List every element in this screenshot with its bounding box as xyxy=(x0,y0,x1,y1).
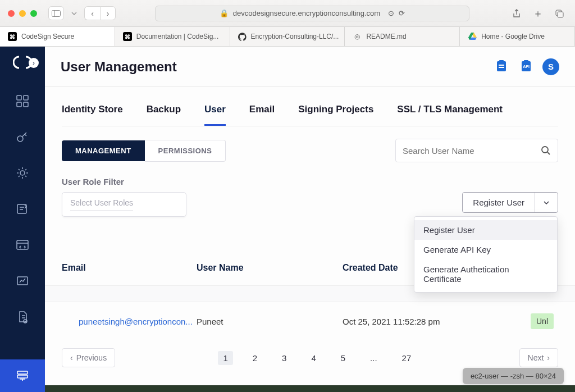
prev-label: Previous xyxy=(76,353,107,362)
tab-backup[interactable]: Backup xyxy=(147,98,181,126)
menu-caret-button[interactable] xyxy=(70,6,79,20)
page-4[interactable]: 4 xyxy=(306,351,321,365)
svg-rect-11 xyxy=(17,240,28,249)
browser-tab-codesign[interactable]: ⌘ CodeSign Secure xyxy=(0,27,115,46)
app-sidebar: › xyxy=(0,47,45,392)
table-row: puneetsingh@encryptioncon... Puneet Oct … xyxy=(62,302,558,340)
sidebar-item-documents[interactable] xyxy=(0,300,45,333)
svg-point-8 xyxy=(17,136,23,142)
svg-rect-4 xyxy=(17,95,21,100)
search-icon[interactable] xyxy=(541,145,551,156)
page-3[interactable]: 3 xyxy=(277,351,291,365)
sidebar-item-settings[interactable] xyxy=(0,157,45,189)
role-filter-placeholder: Select User Roles xyxy=(70,198,133,211)
svg-rect-5 xyxy=(24,95,28,100)
sidebar-item-dashboard[interactable] xyxy=(0,85,45,117)
url-bar[interactable]: 🔒 devcodesignsecure.encryptionconsulting… xyxy=(155,6,469,21)
maximize-window-icon[interactable] xyxy=(30,10,37,17)
page-2[interactable]: 2 xyxy=(248,351,262,365)
tab-identity-store[interactable]: Identity Store xyxy=(62,98,123,126)
svg-rect-22 xyxy=(524,60,528,62)
sidebar-item-reports[interactable] xyxy=(0,265,45,297)
page-last[interactable]: 27 xyxy=(397,351,417,365)
svg-rect-14 xyxy=(17,371,28,374)
browser-tabs: ⌘ CodeSign Secure ⌘ Documentation | Code… xyxy=(0,27,575,47)
sidebar-item-signing[interactable] xyxy=(0,193,45,225)
chevron-right-icon: › xyxy=(547,353,550,362)
tab-user[interactable]: User xyxy=(204,98,226,126)
readme-favicon-icon: ◎ xyxy=(353,32,362,41)
svg-point-23 xyxy=(542,147,548,153)
main-content: User Management API S Identity Store Bac… xyxy=(45,47,575,392)
th-email: Email xyxy=(62,250,197,285)
cell-created-date: Oct 25, 2021 11:52:28 pm xyxy=(343,317,489,326)
codesign-favicon-icon: ⌘ xyxy=(8,32,17,41)
register-dropdown: Register User Generate API Key Generate … xyxy=(414,216,558,293)
browser-tab-readme[interactable]: ◎ README.md xyxy=(345,27,460,46)
back-button[interactable]: ‹ xyxy=(84,6,100,20)
sidebar-toggle-button[interactable] xyxy=(48,6,64,20)
page-header: User Management API S xyxy=(45,47,575,87)
page-5[interactable]: 5 xyxy=(336,351,350,365)
register-user-caret[interactable] xyxy=(535,193,558,212)
new-tab-button[interactable]: ＋ xyxy=(530,6,546,20)
pagination: ‹ Previous 1 2 3 4 5 ... 27 Next › xyxy=(62,348,558,367)
chevron-left-icon: ‹ xyxy=(70,353,73,362)
role-filter-select[interactable]: Select User Roles xyxy=(62,192,186,217)
svg-rect-17 xyxy=(499,65,504,66)
next-button[interactable]: Next › xyxy=(519,348,558,367)
register-user-split-button: Register User Register User Generate API… xyxy=(462,192,558,213)
collapse-sidebar-icon[interactable]: › xyxy=(29,58,39,68)
cell-email[interactable]: puneetsingh@encryptioncon... xyxy=(79,317,193,326)
dropdown-generate-api-key[interactable]: Generate API Key xyxy=(414,240,557,259)
terminal-window-tag[interactable]: ec2-user — -zsh — 80×24 xyxy=(463,368,564,384)
browser-tab-label: README.md xyxy=(366,33,406,40)
app-logo-icon[interactable]: › xyxy=(13,54,32,70)
browser-tab-label: Documentation | CodeSig... xyxy=(136,33,219,40)
forward-button[interactable]: › xyxy=(100,6,116,20)
status-badge: Unl xyxy=(531,313,554,329)
subtab-permissions[interactable]: PERMISSIONS xyxy=(145,140,226,162)
browser-tab-github[interactable]: Encryption-Consulting-LLC/... xyxy=(230,27,345,46)
page-1[interactable]: 1 xyxy=(218,351,232,365)
reload-icon[interactable]: ⟳ xyxy=(399,9,405,17)
search-box[interactable] xyxy=(395,139,558,162)
url-text: devcodesignsecure.encryptionconsulting.c… xyxy=(233,9,380,17)
background-strip xyxy=(45,385,575,392)
browser-tab-docs[interactable]: ⌘ Documentation | CodeSig... xyxy=(115,27,230,46)
window-controls xyxy=(8,10,37,17)
github-favicon-icon xyxy=(238,32,247,41)
tab-email[interactable]: Email xyxy=(249,98,275,126)
sidebar-item-keys[interactable] xyxy=(0,121,45,153)
dropdown-generate-auth-cert[interactable]: Generate Authetication Certificate xyxy=(414,259,557,289)
page-title: User Management xyxy=(61,59,485,75)
tab-signing-projects[interactable]: Signing Projects xyxy=(298,98,373,126)
cell-username: Puneet xyxy=(197,317,343,326)
svg-rect-15 xyxy=(17,375,28,378)
sidebar-item-servers[interactable] xyxy=(0,359,45,392)
register-user-button[interactable]: Register User xyxy=(463,193,535,212)
svg-rect-18 xyxy=(499,67,504,68)
tab-ssl-tls[interactable]: SSL / TLS Management xyxy=(397,98,503,126)
svg-rect-7 xyxy=(24,102,28,107)
api-icon[interactable]: API xyxy=(518,58,535,75)
browser-tab-label: Home - Google Drive xyxy=(481,33,545,40)
svg-rect-6 xyxy=(17,102,21,107)
minimize-window-icon[interactable] xyxy=(19,10,26,17)
share-button[interactable] xyxy=(509,6,524,20)
section-tabs: Identity Store Backup User Email Signing… xyxy=(62,98,558,126)
drive-favicon-icon xyxy=(468,32,477,41)
dropdown-register-user[interactable]: Register User xyxy=(414,220,557,240)
svg-rect-0 xyxy=(52,10,61,16)
search-input[interactable] xyxy=(403,146,541,156)
docs-icon[interactable] xyxy=(493,58,510,75)
subtab-management[interactable]: MANAGEMENT xyxy=(62,140,145,161)
avatar[interactable]: S xyxy=(542,58,559,75)
reader-icon: ⊙ xyxy=(388,9,394,17)
filter-label: User Role Filter xyxy=(62,177,558,186)
close-window-icon[interactable] xyxy=(8,10,15,17)
browser-tab-drive[interactable]: Home - Google Drive xyxy=(460,27,575,46)
prev-button[interactable]: ‹ Previous xyxy=(62,348,115,367)
tabs-overview-button[interactable] xyxy=(551,6,567,20)
sidebar-item-code[interactable] xyxy=(0,229,45,261)
